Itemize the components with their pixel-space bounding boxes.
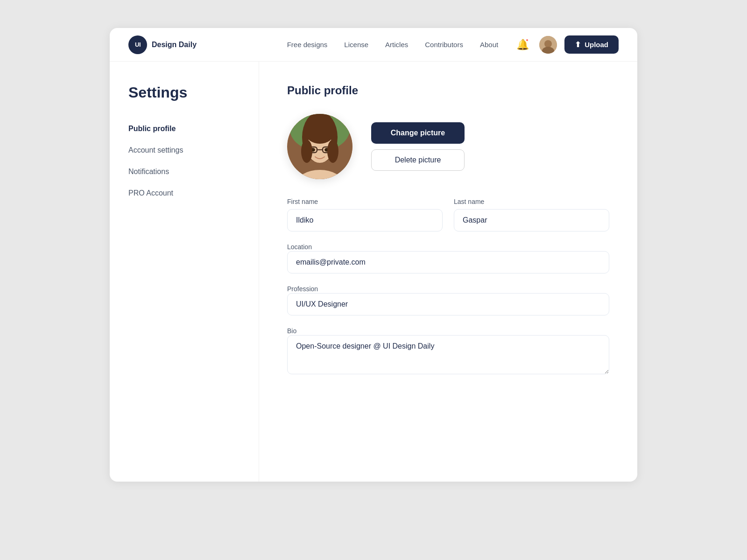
sidebar-item-public-profile[interactable]: Public profile [128,118,240,140]
sidebar-item-pro-account[interactable]: PRO Account [128,182,240,204]
svg-point-18 [327,140,338,163]
user-avatar-image [539,36,557,54]
first-name-label: First name [287,198,443,205]
user-avatar-nav[interactable] [539,36,557,54]
nav-link-free-designs[interactable]: Free designs [287,41,328,49]
upload-button[interactable]: ⬆ Upload [564,35,619,54]
profile-avatar [287,114,352,179]
picture-buttons: Change picture Delete picture [371,122,465,171]
nav-link-contributors[interactable]: Contributors [425,41,463,49]
delete-picture-button[interactable]: Delete picture [371,149,465,171]
logo-text: Design Daily [152,41,197,49]
profession-label: Profession [287,285,318,293]
svg-point-1 [544,40,552,48]
nav-link-about[interactable]: About [480,41,498,49]
name-row: First name Last name [287,198,609,231]
picture-area: Change picture Delete picture [287,114,609,179]
last-name-group: Last name [454,198,609,231]
location-label: Location [287,243,312,251]
last-name-label: Last name [454,198,609,205]
upload-label: Upload [585,41,608,49]
bio-textarea[interactable]: Open-Source designer @ UI Design Daily [287,335,609,374]
change-picture-button[interactable]: Change picture [371,122,465,144]
svg-point-17 [301,140,312,163]
nav-links: Free designs License Articles Contributo… [287,41,499,49]
content-area: Settings Public profile Account settings… [110,62,637,482]
logo-icon: UI [128,35,147,54]
last-name-input[interactable] [454,209,609,231]
sidebar: Settings Public profile Account settings… [110,62,259,482]
profession-input[interactable] [287,293,609,315]
location-group: Location [287,243,609,273]
bio-label: Bio [287,327,296,335]
app-container: UI Design Daily Free designs License Art… [110,28,637,482]
nav-link-articles[interactable]: Articles [385,41,408,49]
sidebar-item-account-settings[interactable]: Account settings [128,140,240,161]
notification-dot [525,38,529,42]
nav-link-license[interactable]: License [344,41,368,49]
profile-avatar-image [287,114,352,179]
first-name-input[interactable] [287,209,443,231]
svg-point-8 [306,123,334,144]
notification-bell-button[interactable]: 🔔 [513,35,532,54]
main-panel: Public profile [259,62,637,482]
navbar: UI Design Daily Free designs License Art… [110,28,637,62]
section-title: Public profile [287,84,609,97]
first-name-group: First name [287,198,443,231]
sidebar-nav: Public profile Account settings Notifica… [128,118,240,204]
bio-group: Bio Open-Source designer @ UI Design Dai… [287,327,609,376]
sidebar-item-notifications[interactable]: Notifications [128,161,240,182]
profession-group: Profession [287,285,609,315]
nav-actions: 🔔 ⬆ Upload [513,35,619,54]
logo-area: UI Design Daily [128,35,197,54]
upload-icon: ⬆ [575,40,581,49]
settings-title: Settings [128,84,240,101]
location-input[interactable] [287,251,609,273]
